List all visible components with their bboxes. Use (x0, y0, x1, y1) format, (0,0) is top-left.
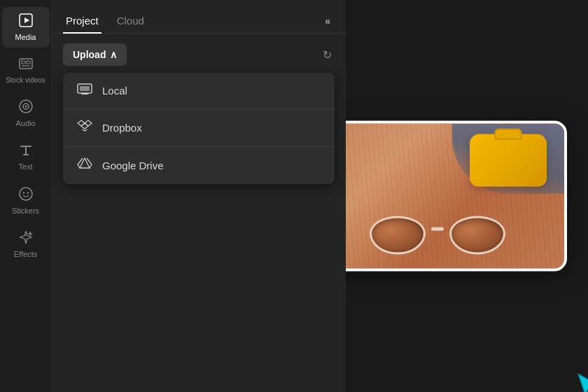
upload-chevron-icon: ∧ (110, 49, 117, 60)
dropbox-icon (77, 119, 92, 136)
sidebar-item-text-label: Text (18, 162, 32, 172)
refresh-button[interactable]: ↻ (320, 46, 335, 64)
media-icon (18, 13, 34, 30)
sidebar-item-stock-videos[interactable]: Stock videos (2, 50, 50, 90)
audio-icon (18, 99, 34, 116)
bridge (431, 227, 444, 231)
local-icon (77, 83, 92, 99)
upload-googledrive-label: Google Drive (102, 160, 164, 172)
stock-videos-icon (18, 56, 34, 74)
upload-googledrive-item[interactable]: Google Drive (63, 147, 335, 184)
sidebar-item-stickers[interactable]: Stickers (2, 181, 50, 221)
sidebar: Media Stock videos Audio (0, 0, 52, 392)
sidebar-item-stickers-label: Stickers (12, 206, 39, 216)
sunglasses (370, 216, 505, 255)
yellow-bag (470, 134, 547, 187)
tabs-row: Project Cloud « (52, 0, 346, 34)
svg-rect-3 (22, 61, 25, 64)
effects-icon (18, 230, 34, 247)
text-icon (18, 142, 34, 160)
upload-local-label: Local (102, 85, 127, 97)
upload-dropbox-label: Dropbox (102, 122, 142, 134)
canvas-area (346, 0, 588, 392)
right-lens (449, 216, 505, 255)
sidebar-item-stock-videos-label: Stock videos (6, 76, 46, 85)
sidebar-item-effects[interactable]: Effects (2, 224, 50, 265)
svg-point-9 (20, 188, 32, 200)
thumbnail-image (346, 124, 564, 269)
upload-local-item[interactable]: Local (63, 73, 335, 109)
svg-rect-4 (27, 61, 30, 64)
svg-point-10 (22, 192, 24, 193)
upload-section: Upload ∧ ↻ (52, 34, 346, 73)
google-drive-icon (77, 157, 92, 174)
left-lens (370, 216, 426, 255)
sidebar-item-media-label: Media (15, 33, 36, 42)
refresh-icon: ↻ (323, 49, 332, 61)
sidebar-item-text[interactable]: Text (2, 136, 50, 177)
tab-project[interactable]: Project (63, 9, 102, 34)
sidebar-item-audio[interactable]: Audio (2, 93, 50, 134)
svg-point-11 (27, 192, 28, 193)
svg-rect-13 (80, 86, 90, 91)
main-panel: Project Cloud « Upload ∧ ↻ (52, 0, 346, 392)
tab-cloud[interactable]: Cloud (114, 9, 147, 34)
sidebar-item-audio-label: Audio (15, 119, 35, 128)
sidebar-item-media[interactable]: Media (2, 7, 50, 48)
upload-dropbox-item[interactable]: Dropbox (63, 109, 335, 147)
svg-point-8 (24, 106, 27, 108)
upload-label: Upload (73, 49, 106, 60)
media-thumbnail (346, 121, 567, 272)
collapse-panel-button[interactable]: « (321, 13, 335, 29)
stickers-icon (18, 186, 34, 204)
svg-marker-1 (24, 18, 29, 23)
upload-dropdown: Local Dropbox G (63, 73, 335, 184)
sidebar-item-effects-label: Effects (14, 250, 37, 259)
upload-button[interactable]: Upload ∧ (63, 43, 127, 66)
